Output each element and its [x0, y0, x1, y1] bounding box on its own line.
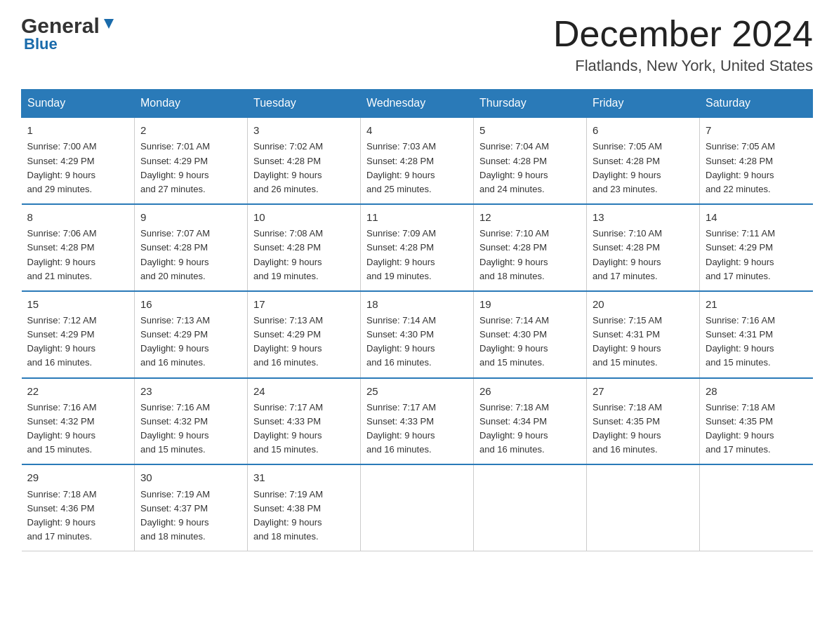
calendar-day-cell: 2Sunrise: 7:01 AMSunset: 4:29 PMDaylight… [135, 117, 248, 204]
day-number: 20 [593, 296, 694, 312]
calendar-empty-cell [474, 464, 587, 551]
calendar-day-cell: 7Sunrise: 7:05 AMSunset: 4:28 PMDaylight… [700, 117, 813, 204]
page-header: General Blue December 2024 Flatlands, Ne… [21, 14, 813, 75]
day-number: 3 [253, 122, 355, 138]
calendar-day-cell: 8Sunrise: 7:06 AMSunset: 4:28 PMDaylight… [22, 204, 135, 291]
day-number: 12 [479, 209, 581, 225]
day-number: 15 [27, 296, 129, 312]
day-number: 18 [366, 296, 468, 312]
day-number: 21 [706, 296, 807, 312]
calendar-day-cell: 21Sunrise: 7:16 AMSunset: 4:31 PMDayligh… [700, 291, 813, 378]
weekday-header-friday: Friday [587, 90, 700, 118]
weekday-header-monday: Monday [135, 90, 248, 118]
calendar-day-cell: 15Sunrise: 7:12 AMSunset: 4:29 PMDayligh… [22, 291, 135, 378]
calendar-day-cell: 13Sunrise: 7:10 AMSunset: 4:28 PMDayligh… [587, 204, 700, 291]
calendar-day-cell: 24Sunrise: 7:17 AMSunset: 4:33 PMDayligh… [248, 378, 361, 465]
day-number: 1 [27, 122, 129, 138]
day-number: 17 [253, 296, 355, 312]
weekday-header-tuesday: Tuesday [248, 90, 361, 118]
calendar-week-row: 29Sunrise: 7:18 AMSunset: 4:36 PMDayligh… [22, 464, 813, 551]
day-number: 11 [366, 209, 468, 225]
day-number: 27 [593, 383, 694, 399]
calendar-day-cell: 22Sunrise: 7:16 AMSunset: 4:32 PMDayligh… [22, 378, 135, 465]
title-area: December 2024 Flatlands, New York, Unite… [553, 14, 813, 75]
calendar-week-row: 22Sunrise: 7:16 AMSunset: 4:32 PMDayligh… [22, 378, 813, 465]
calendar-day-cell: 4Sunrise: 7:03 AMSunset: 4:28 PMDaylight… [361, 117, 474, 204]
day-number: 29 [27, 469, 129, 485]
calendar-day-cell: 9Sunrise: 7:07 AMSunset: 4:28 PMDaylight… [135, 204, 248, 291]
day-number: 22 [27, 383, 129, 399]
location: Flatlands, New York, United States [553, 57, 813, 75]
calendar-day-cell: 10Sunrise: 7:08 AMSunset: 4:28 PMDayligh… [248, 204, 361, 291]
calendar-day-cell: 1Sunrise: 7:00 AMSunset: 4:29 PMDaylight… [22, 117, 135, 204]
calendar-day-cell: 16Sunrise: 7:13 AMSunset: 4:29 PMDayligh… [135, 291, 248, 378]
calendar-week-row: 8Sunrise: 7:06 AMSunset: 4:28 PMDaylight… [22, 204, 813, 291]
calendar-day-cell: 18Sunrise: 7:14 AMSunset: 4:30 PMDayligh… [361, 291, 474, 378]
day-number: 8 [27, 209, 129, 225]
logo: General Blue [21, 14, 117, 53]
day-number: 10 [253, 209, 355, 225]
calendar-week-row: 15Sunrise: 7:12 AMSunset: 4:29 PMDayligh… [22, 291, 813, 378]
day-number: 2 [140, 122, 241, 138]
calendar-day-cell: 30Sunrise: 7:19 AMSunset: 4:37 PMDayligh… [135, 464, 248, 551]
calendar-week-row: 1Sunrise: 7:00 AMSunset: 4:29 PMDaylight… [22, 117, 813, 204]
logo-arrow-icon [101, 16, 117, 32]
day-number: 24 [253, 383, 355, 399]
calendar-table: SundayMondayTuesdayWednesdayThursdayFrid… [21, 89, 813, 551]
calendar-day-cell: 29Sunrise: 7:18 AMSunset: 4:36 PMDayligh… [22, 464, 135, 551]
calendar-day-cell: 14Sunrise: 7:11 AMSunset: 4:29 PMDayligh… [700, 204, 813, 291]
day-number: 25 [366, 383, 468, 399]
day-number: 7 [706, 122, 807, 138]
day-number: 30 [140, 469, 241, 485]
weekday-header-row: SundayMondayTuesdayWednesdayThursdayFrid… [22, 90, 813, 118]
day-number: 4 [366, 122, 468, 138]
calendar-day-cell: 28Sunrise: 7:18 AMSunset: 4:35 PMDayligh… [700, 378, 813, 465]
weekday-header-thursday: Thursday [474, 90, 587, 118]
calendar-day-cell: 11Sunrise: 7:09 AMSunset: 4:28 PMDayligh… [361, 204, 474, 291]
day-number: 19 [479, 296, 581, 312]
day-number: 31 [253, 469, 355, 485]
logo-blue-text: Blue [24, 35, 58, 53]
svg-marker-0 [104, 19, 114, 29]
day-number: 26 [479, 383, 581, 399]
calendar-day-cell: 6Sunrise: 7:05 AMSunset: 4:28 PMDaylight… [587, 117, 700, 204]
logo-general-text: General [21, 14, 100, 38]
calendar-empty-cell [700, 464, 813, 551]
weekday-header-wednesday: Wednesday [361, 90, 474, 118]
calendar-day-cell: 17Sunrise: 7:13 AMSunset: 4:29 PMDayligh… [248, 291, 361, 378]
weekday-header-saturday: Saturday [700, 90, 813, 118]
calendar-day-cell: 20Sunrise: 7:15 AMSunset: 4:31 PMDayligh… [587, 291, 700, 378]
calendar-day-cell: 26Sunrise: 7:18 AMSunset: 4:34 PMDayligh… [474, 378, 587, 465]
calendar-day-cell: 23Sunrise: 7:16 AMSunset: 4:32 PMDayligh… [135, 378, 248, 465]
day-number: 23 [140, 383, 241, 399]
calendar-day-cell: 5Sunrise: 7:04 AMSunset: 4:28 PMDaylight… [474, 117, 587, 204]
calendar-day-cell: 19Sunrise: 7:14 AMSunset: 4:30 PMDayligh… [474, 291, 587, 378]
day-number: 28 [706, 383, 807, 399]
calendar-day-cell: 31Sunrise: 7:19 AMSunset: 4:38 PMDayligh… [248, 464, 361, 551]
day-number: 6 [593, 122, 694, 138]
day-number: 13 [593, 209, 694, 225]
calendar-day-cell: 3Sunrise: 7:02 AMSunset: 4:28 PMDaylight… [248, 117, 361, 204]
calendar-day-cell: 27Sunrise: 7:18 AMSunset: 4:35 PMDayligh… [587, 378, 700, 465]
month-title: December 2024 [553, 14, 813, 54]
calendar-empty-cell [361, 464, 474, 551]
day-number: 14 [706, 209, 807, 225]
calendar-body: 1Sunrise: 7:00 AMSunset: 4:29 PMDaylight… [22, 117, 813, 551]
calendar-empty-cell [587, 464, 700, 551]
day-number: 9 [140, 209, 241, 225]
day-number: 16 [140, 296, 241, 312]
calendar-day-cell: 25Sunrise: 7:17 AMSunset: 4:33 PMDayligh… [361, 378, 474, 465]
calendar-header: SundayMondayTuesdayWednesdayThursdayFrid… [22, 90, 813, 118]
weekday-header-sunday: Sunday [22, 90, 135, 118]
calendar-day-cell: 12Sunrise: 7:10 AMSunset: 4:28 PMDayligh… [474, 204, 587, 291]
day-number: 5 [479, 122, 581, 138]
